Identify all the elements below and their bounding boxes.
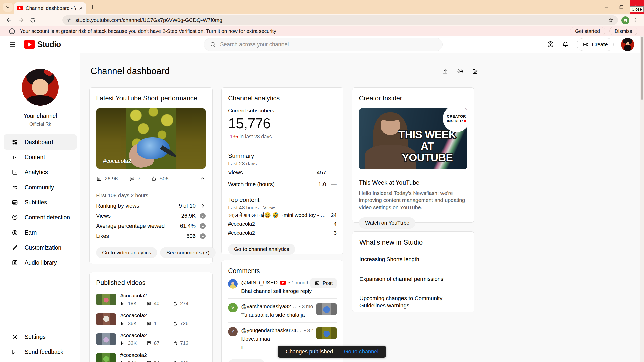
search-input[interactable]: [220, 41, 437, 48]
comment-time: • 3 months a…: [299, 304, 313, 309]
comment-video-thumbnail[interactable]: [316, 327, 337, 339]
video-thumbnail: [96, 294, 116, 305]
browser-tab[interactable]: Channel dashboard - YouTube S: [14, 2, 86, 14]
sidebar-item-subtitles[interactable]: Subtitles: [0, 195, 80, 210]
sidebar-item-earn[interactable]: Earn: [0, 225, 80, 240]
get-started-button[interactable]: Get started: [570, 27, 605, 35]
creator-insider-thumbnail[interactable]: THIS WEEK AT YOUTUBE CREATOR INSIDER: [359, 108, 467, 169]
url-field[interactable]: studio.youtube.com/channel/UC7Gs7p6VW0g-…: [62, 15, 618, 25]
sidebar-menu: Dashboard Content Analytics Community Su…: [0, 134, 80, 270]
post-type-chip[interactable]: Post: [310, 278, 337, 288]
site-settings-icon[interactable]: [66, 17, 72, 23]
earn-dollar-icon: [12, 229, 18, 236]
hamburger-menu-icon[interactable]: [9, 41, 16, 48]
youtube-studio-logo[interactable]: Studio: [24, 40, 61, 49]
window-restore-button[interactable]: [614, 0, 629, 14]
sidebar-item-label: Earn: [25, 229, 37, 236]
top-content-period: Last 48 hours · Views: [228, 205, 337, 211]
video-thumbnail: [96, 353, 116, 362]
sidebar-item-content[interactable]: Content: [0, 150, 80, 165]
channel-avatar[interactable]: [22, 69, 59, 106]
thumbs-up-icon: [173, 301, 178, 306]
published-video-row[interactable]: #cocacola2 34K 94 641: [96, 352, 206, 362]
scrollbar-thumb[interactable]: [641, 37, 643, 100]
create-button-label: Create: [592, 41, 608, 48]
channel-search-box[interactable]: [204, 38, 443, 51]
new-tab-button[interactable]: [90, 4, 96, 10]
sidebar-item-customization[interactable]: Customization: [0, 240, 80, 255]
tab-search-button[interactable]: [3, 3, 13, 12]
comment-video-thumbnail[interactable]: [316, 303, 337, 315]
banner-text: Your account is at greater risk of attac…: [20, 28, 276, 34]
sidebar-item-settings[interactable]: Settings: [0, 329, 80, 344]
sidebar-item-label: Settings: [25, 334, 46, 340]
comment-author[interactable]: @varshamodasiya82…: [241, 303, 296, 309]
browser-menu-icon[interactable]: [633, 17, 639, 23]
short-video-title: #cocacola2: [103, 158, 131, 164]
commenter-avatar: Y: [228, 327, 238, 336]
sidebar-item-dashboard[interactable]: Dashboard: [4, 134, 77, 150]
see-comments-button[interactable]: See comments (7): [160, 247, 216, 258]
reload-icon[interactable]: [30, 17, 36, 23]
sidebar-item-content-detection[interactable]: Content detection: [0, 210, 80, 225]
go-to-channel-analytics-button[interactable]: Go to channel analytics: [228, 244, 295, 255]
forward-icon[interactable]: [18, 17, 24, 23]
comment-item[interactable]: @MIND_USED • 1 month ago Bhai channel se…: [228, 275, 337, 299]
trend-down-icon: [200, 233, 206, 239]
go-to-video-analytics-button[interactable]: Go to video analytics: [96, 247, 157, 258]
metric-row-ranking[interactable]: Ranking by views 9 of 10: [96, 201, 206, 211]
collapse-chevron-up-icon[interactable]: [199, 175, 206, 182]
alert-icon: [9, 28, 15, 35]
help-icon[interactable]: [547, 41, 554, 48]
short-video-thumbnail[interactable]: #cocacola2: [96, 108, 206, 169]
changes-published-toast: Changes published Go to channel: [278, 346, 386, 358]
studio-header: Studio Create: [0, 36, 640, 53]
go-live-button[interactable]: [453, 64, 467, 78]
sidebar-item-analytics[interactable]: Analytics: [0, 165, 80, 180]
top-content-row[interactable]: #cocacola2 4: [228, 219, 337, 228]
bookmark-star-icon[interactable]: [608, 17, 614, 23]
comment-author[interactable]: @yougendarbhaskar24…: [241, 327, 302, 333]
back-icon[interactable]: [6, 17, 12, 23]
top-content-row[interactable]: #cocacola2 3: [228, 228, 337, 237]
sidebar-item-audio-library[interactable]: Audio library: [0, 255, 80, 270]
notifications-bell-icon[interactable]: [562, 41, 569, 48]
top-content-row[interactable]: स्कूल मेंआग लग गई😂 🤣 ~mini wood toy - wo…: [228, 211, 337, 219]
edit-button[interactable]: [468, 64, 482, 78]
comment-item[interactable]: V @varshamodasiya82… • 3 months a… Tu au…: [228, 299, 337, 323]
whats-new-item[interactable]: Upcoming changes to Community Guidelines…: [359, 289, 467, 315]
short-stats-row: 26.9K 7 506: [96, 175, 206, 182]
published-video-row[interactable]: #cocacola2 32K 67 712: [96, 332, 206, 346]
metric-row-views: Views 26.9K: [96, 211, 206, 221]
header-actions: Create: [547, 36, 634, 53]
account-avatar[interactable]: [621, 38, 634, 51]
page-scrollbar[interactable]: [640, 36, 644, 362]
browser-profile-avatar[interactable]: Ff: [621, 16, 629, 24]
comment-icon: [146, 341, 152, 346]
comment-author[interactable]: @MIND_USED: [241, 280, 278, 286]
thumbs-up-icon: [173, 321, 178, 326]
sidebar-item-send-feedback[interactable]: Send feedback: [0, 344, 80, 359]
thumbnail-title-text: THIS WEEK AT YOUTUBE: [391, 129, 463, 163]
sidebar-item-community[interactable]: Community: [0, 180, 80, 195]
tab-close-icon[interactable]: [79, 6, 83, 10]
short-metrics: Ranking by views 9 of 10 Views 26.9K Ave…: [96, 201, 206, 241]
watch-on-youtube-button[interactable]: Watch on YouTube: [359, 217, 415, 229]
security-warning-banner: Your account is at greater risk of attac…: [0, 26, 644, 36]
page-actions: [438, 64, 482, 78]
dismiss-button[interactable]: Dismiss: [609, 27, 637, 35]
top-content-title: Top content: [228, 196, 337, 203]
whats-new-item[interactable]: Increasing Shorts length: [359, 250, 467, 269]
subscribers-label: Current subscribers: [228, 108, 337, 114]
insider-video-title[interactable]: This Week at YouTube: [359, 179, 467, 186]
published-video-row[interactable]: #cocacola2 18K 40 274: [96, 293, 206, 306]
summary-row-watch-time: Watch time (hours) 1.0 —: [228, 179, 337, 190]
window-minimize-button[interactable]: [599, 0, 614, 14]
go-to-channel-link[interactable]: Go to channel: [344, 348, 378, 355]
create-button[interactable]: Create: [577, 38, 614, 51]
upload-videos-button[interactable]: [438, 64, 452, 78]
view-more-button[interactable]: View more: [228, 359, 265, 362]
whats-new-item[interactable]: Expansion of channel permissions: [359, 269, 467, 289]
channel-owner: Official Rk: [0, 121, 80, 127]
published-video-row[interactable]: #cocacola2 36K 1 726: [96, 312, 206, 326]
